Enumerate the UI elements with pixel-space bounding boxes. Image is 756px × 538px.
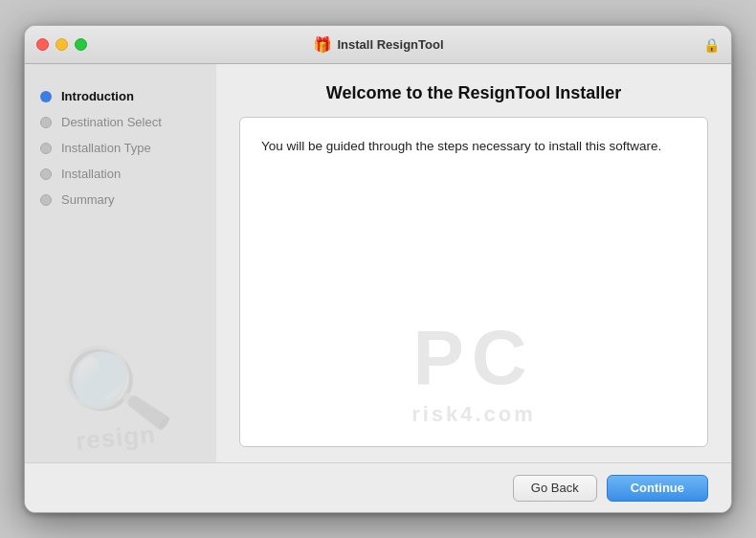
sidebar-item-summary[interactable]: Summary: [25, 187, 216, 213]
watermark-icon: 🔍: [56, 338, 176, 441]
lock-icon: 🔒: [703, 37, 720, 53]
main-content: Introduction Destination Select Installa…: [25, 64, 731, 462]
sidebar-item-introduction[interactable]: Introduction: [25, 83, 216, 109]
step-indicator-installation: [40, 168, 52, 180]
sidebar-label-installation-type: Installation Type: [61, 141, 151, 155]
go-back-button[interactable]: Go Back: [513, 475, 597, 502]
content-box: You will be guided through the steps nec…: [239, 117, 708, 447]
step-indicator-summary: [40, 194, 52, 206]
close-button[interactable]: [36, 38, 49, 51]
intro-text: You will be guided through the steps nec…: [261, 137, 686, 156]
window-title: 🎁 Install ResignTool: [313, 35, 444, 54]
window-controls: [36, 38, 87, 51]
sidebar-label-installation: Installation: [61, 167, 121, 181]
continue-button[interactable]: Continue: [607, 475, 708, 502]
watermark-letters: PC: [412, 314, 534, 402]
installer-window: 🎁 Install ResignTool 🔒 Introduction Dest…: [24, 25, 732, 513]
step-indicator-introduction: [40, 91, 52, 102]
title-text: Install ResignTool: [338, 37, 444, 52]
sidebar-label-summary: Summary: [61, 192, 115, 207]
minimize-button[interactable]: [56, 38, 68, 51]
step-indicator-destination: [40, 117, 52, 128]
sidebar-label-introduction: Introduction: [61, 89, 134, 103]
sidebar-item-installation-type[interactable]: Installation Type: [25, 135, 216, 161]
page-heading: Welcome to the ResignTool Installer: [239, 83, 708, 103]
watermark-url: risk4.com: [411, 402, 536, 427]
content-watermark: PC risk4.com: [240, 314, 707, 427]
step-indicator-installation-type: [40, 143, 52, 154]
sidebar-label-destination: Destination Select: [61, 115, 162, 129]
main-panel: Welcome to the ResignTool Installer You …: [216, 64, 731, 462]
footer: Go Back Continue: [25, 462, 731, 512]
title-icon: 🎁: [313, 35, 332, 54]
maximize-button[interactable]: [75, 38, 87, 51]
watermark-text: resign: [75, 419, 157, 456]
sidebar-watermark: 🔍 resign: [25, 347, 216, 453]
sidebar: Introduction Destination Select Installa…: [25, 64, 216, 462]
sidebar-item-installation[interactable]: Installation: [25, 161, 216, 187]
sidebar-item-destination-select[interactable]: Destination Select: [25, 109, 216, 135]
titlebar: 🎁 Install ResignTool 🔒: [25, 26, 731, 64]
